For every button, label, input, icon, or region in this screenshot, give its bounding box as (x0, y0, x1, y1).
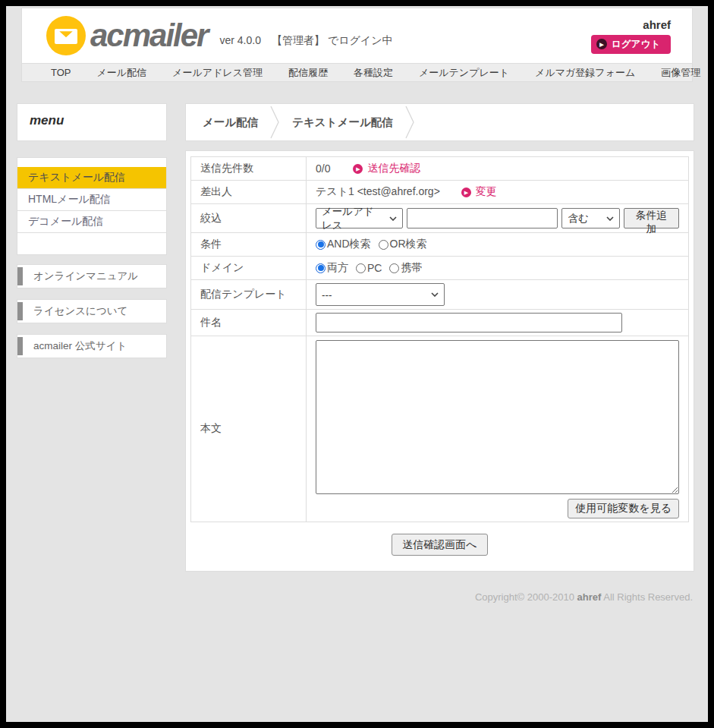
account-name: ahref (591, 18, 671, 31)
link-label: ライセンスについて (33, 304, 127, 318)
radio-label: 両方 (327, 261, 348, 275)
subject-label: 件名 (191, 310, 307, 336)
sidebar-link-online-manual[interactable]: オンラインマニュアル (17, 264, 167, 288)
domain-label: ドメイン (191, 257, 307, 280)
table-row-condition: 条件 AND検索 OR検索 (191, 233, 689, 257)
filter-match-selected: 含む (568, 212, 588, 225)
header-top: acmailer ver 4.0.0 【管理者】 でログイン中 ahref ▶ … (22, 8, 692, 63)
recipient-count-label: 送信先件数 (191, 157, 307, 181)
body-label: 本文 (191, 336, 307, 522)
nav-item-registration-form[interactable]: メルマガ登録フォーム (535, 66, 635, 80)
body-textarea[interactable] (316, 340, 679, 494)
radio-unselected-icon (379, 240, 388, 250)
chevron-down-icon (389, 216, 397, 221)
mail-logo-icon (46, 16, 86, 55)
logout-label: ログアウト (612, 38, 660, 51)
sidebar: menu テキストメール配信 HTMLメール配信 デコメール配信 オンラインマニ… (17, 103, 167, 603)
nav-item-delivery-history[interactable]: 配信履歴 (288, 66, 328, 80)
subject-input[interactable] (316, 313, 622, 332)
template-label: 配信テンプレート (191, 280, 307, 310)
app-logo[interactable]: acmailer (46, 16, 207, 55)
brand-name: acmailer (90, 20, 207, 52)
sender-label: 差出人 (191, 181, 307, 204)
version-text: ver 4.0.0 (219, 34, 260, 46)
breadcrumb-text-mail-delivery: テキストメール配信 (292, 115, 393, 130)
nav-item-settings[interactable]: 各種設定 (354, 66, 393, 80)
content: menu テキストメール配信 HTMLメール配信 デコメール配信 オンラインマニ… (17, 103, 694, 603)
sidebar-menu-title: menu (17, 103, 167, 141)
form-table: 送信先件数 0/0 ▶ 送信先確認 差出人 (190, 156, 689, 522)
radio-unselected-icon (389, 263, 399, 273)
radio-mobile[interactable]: 携帯 (389, 261, 422, 275)
header: acmailer ver 4.0.0 【管理者】 でログイン中 ahref ▶ … (21, 8, 693, 82)
table-row-recipient-count: 送信先件数 0/0 ▶ 送信先確認 (191, 157, 689, 181)
nav-item-mail-delivery[interactable]: メール配信 (97, 66, 147, 80)
logout-button[interactable]: ▶ ログアウト (591, 35, 671, 54)
sidebar-item-html-mail[interactable]: HTMLメール配信 (17, 189, 166, 211)
radio-selected-icon (316, 263, 326, 273)
sender-value: テスト1 <test@ahref.org> (316, 185, 440, 199)
add-condition-button[interactable]: 条件追加 (624, 208, 679, 228)
arrow-circle-icon: ▶ (596, 39, 607, 49)
chevron-right-icon (405, 106, 415, 139)
radio-label: PC (367, 262, 382, 274)
nav-item-top[interactable]: TOP (51, 67, 71, 78)
radio-label: AND検索 (327, 238, 371, 251)
radio-pc[interactable]: PC (356, 262, 382, 274)
chevron-down-icon (431, 292, 439, 297)
main: メール配信 テキストメール配信 送信先件数 0/0 (185, 103, 694, 603)
filter-match-select[interactable]: 含む (561, 208, 619, 228)
version-block: ver 4.0.0 【管理者】 でログイン中 (219, 34, 392, 48)
arrow-circle-icon: ▶ (353, 164, 363, 174)
chevron-down-icon (606, 216, 614, 221)
sidebar-menu-list: テキストメール配信 HTMLメール配信 デコメール配信 (17, 157, 167, 255)
radio-selected-icon (316, 240, 326, 250)
link-label: acmailer 公式サイト (33, 339, 127, 353)
link-label: オンラインマニュアル (33, 269, 138, 283)
chevron-right-icon (270, 106, 280, 139)
page: acmailer ver 4.0.0 【管理者】 でログイン中 ahref ▶ … (6, 6, 708, 722)
check-recipients-link[interactable]: ▶ 送信先確認 (353, 162, 420, 175)
change-sender-link[interactable]: ▶ 変更 (461, 185, 497, 199)
copyright-prefix: Copyright© 2000-2010 (475, 591, 574, 603)
breadcrumb-mail-delivery[interactable]: メール配信 (203, 115, 258, 130)
recipient-count-value: 0/0 (316, 162, 330, 175)
radio-both[interactable]: 両方 (316, 261, 348, 275)
copyright-brand: ahref (577, 591, 602, 603)
table-row-subject: 件名 (191, 310, 689, 336)
filter-keyword-input[interactable] (407, 208, 558, 228)
radio-label: 携帯 (401, 261, 422, 275)
table-row-filter: 絞込 メールアドレス 含む (191, 204, 689, 233)
footer-copyright: Copyright© 2000-2010 ahref All Rights Re… (185, 591, 693, 603)
copyright-suffix: All Rights Reserved. (603, 591, 693, 603)
radio-label: OR検索 (390, 238, 427, 251)
table-row-template: 配信テンプレート --- (191, 280, 689, 310)
link-bar-decoration (17, 302, 23, 320)
sidebar-item-deco-mail[interactable]: デコメール配信 (17, 211, 166, 233)
change-sender-label: 変更 (476, 185, 497, 199)
table-row-sender: 差出人 テスト1 <test@ahref.org> ▶ 変更 (191, 181, 689, 204)
link-bar-decoration (17, 267, 23, 285)
sidebar-item-text-mail[interactable]: テキストメール配信 (17, 167, 166, 189)
radio-unselected-icon (356, 263, 366, 273)
sidebar-link-official-site[interactable]: acmailer 公式サイト (17, 334, 167, 358)
header-right: ahref ▶ ログアウト (591, 18, 680, 54)
template-selected: --- (322, 289, 332, 301)
go-to-confirm-button[interactable]: 送信確認画面へ (392, 534, 487, 556)
breadcrumb: メール配信 テキストメール配信 (185, 103, 694, 141)
nav-item-address-management[interactable]: メールアドレス管理 (172, 66, 263, 80)
show-variables-button[interactable]: 使用可能変数を見る (568, 499, 679, 518)
template-select[interactable]: --- (316, 283, 445, 306)
check-recipients-label: 送信先確認 (367, 162, 420, 175)
nav-item-image-management[interactable]: 画像管理 (661, 66, 700, 80)
radio-or-search[interactable]: OR検索 (379, 238, 427, 251)
login-status-text: 【管理者】 でログイン中 (272, 34, 393, 48)
nav-item-mail-template[interactable]: メールテンプレート (419, 66, 509, 80)
sidebar-link-license[interactable]: ライセンスについて (17, 299, 167, 323)
link-bar-decoration (17, 337, 23, 355)
table-row-domain: ドメイン 両方 PC (191, 257, 689, 280)
radio-and-search[interactable]: AND検索 (316, 238, 371, 251)
filter-field-select[interactable]: メールアドレス (316, 208, 403, 228)
filter-label: 絞込 (191, 204, 307, 233)
condition-label: 条件 (191, 233, 307, 257)
